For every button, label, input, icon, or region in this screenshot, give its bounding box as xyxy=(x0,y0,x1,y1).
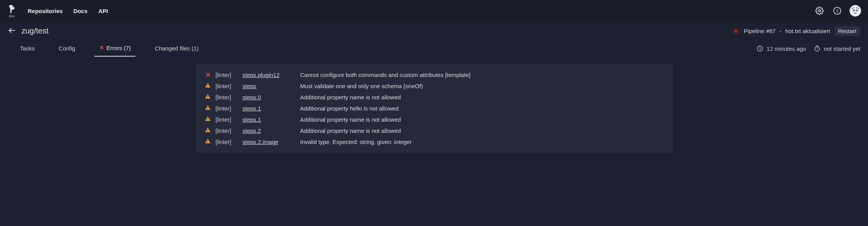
error-path-link[interactable]: steps.1 xyxy=(242,105,261,112)
svg-rect-16 xyxy=(207,87,208,87)
error-row: [linter]steps.2Additional property name … xyxy=(204,125,666,136)
svg-rect-18 xyxy=(207,98,208,98)
tab-changed-files[interactable]: Changed files (1) xyxy=(150,40,203,57)
pipeline-status-icon xyxy=(732,27,740,35)
user-avatar[interactable] xyxy=(850,5,861,17)
warning-icon xyxy=(205,138,211,146)
tab-errors[interactable]: ✕ Errors (7) xyxy=(95,40,135,57)
gear-icon xyxy=(815,7,824,15)
tab-label: Changed files (1) xyxy=(155,45,199,52)
error-row: [linter]stepsMust validate one and only … xyxy=(204,80,666,92)
error-source: [linter] xyxy=(215,139,239,145)
warn-level-icon xyxy=(204,127,212,134)
error-path-col: steps.1 xyxy=(242,105,296,112)
nav-link-api[interactable]: API xyxy=(98,8,108,14)
error-source: [linter] xyxy=(215,94,239,100)
error-path-link[interactable]: steps.plugin12 xyxy=(242,72,280,78)
svg-point-0 xyxy=(818,10,821,12)
meta-time: 12 minutes ago xyxy=(756,45,806,52)
error-source: [linter] xyxy=(215,116,239,123)
logo[interactable]: dev xyxy=(7,4,17,18)
error-row: [linter]steps.1Additional property hello… xyxy=(204,103,666,114)
error-source: [linter] xyxy=(215,72,239,78)
tabs-row: Tasks Config ✕ Errors (7) Changed files … xyxy=(0,40,868,57)
error-message: Additional property name is not allowed xyxy=(300,116,401,123)
x-icon: ✕ xyxy=(99,44,104,51)
warn-level-icon xyxy=(204,116,212,123)
svg-rect-25 xyxy=(207,140,208,142)
nav-link-docs[interactable]: Docs xyxy=(73,8,88,14)
svg-rect-21 xyxy=(207,118,208,119)
navbar-left: dev Repositories Docs API xyxy=(7,4,108,18)
error-row: [linter]steps.1Additional property name … xyxy=(204,114,666,125)
warning-icon xyxy=(205,94,211,101)
tab-label: Errors (7) xyxy=(107,45,131,51)
error-message: Must validate one and only one schema (o… xyxy=(300,83,423,89)
tabs: Tasks Config ✕ Errors (7) Changed files … xyxy=(15,40,203,57)
error-path-col: steps.plugin12 xyxy=(242,72,296,78)
error-path-link[interactable]: steps.2 xyxy=(242,127,261,134)
breadcrumb-right: Pipeline #67 - hot.txt aktualisiert Rest… xyxy=(732,26,860,36)
warn-level-icon xyxy=(204,82,212,90)
warning-icon xyxy=(205,127,211,134)
svg-point-6 xyxy=(853,10,854,11)
warn-level-icon xyxy=(204,138,212,146)
svg-rect-17 xyxy=(207,95,208,97)
queue-button[interactable]: 3 xyxy=(832,5,843,16)
warning-icon xyxy=(205,82,211,90)
settings-button[interactable] xyxy=(814,5,825,16)
meta-status-label: not started yet xyxy=(824,45,860,52)
warn-level-icon xyxy=(204,105,212,112)
error-path-link[interactable]: steps xyxy=(242,83,256,89)
tab-label: Config xyxy=(58,45,75,52)
error-message: Additional property hello is not allowed xyxy=(300,105,399,112)
restart-button[interactable]: Restart xyxy=(834,26,860,36)
arrow-left-icon xyxy=(8,26,16,35)
tab-label: Tasks xyxy=(20,45,35,52)
error-path-col: steps.2 xyxy=(242,127,296,134)
nav-link-repositories[interactable]: Repositories xyxy=(28,8,63,14)
tab-config[interactable]: Config xyxy=(54,40,80,57)
error-message: Additional property name is not allowed xyxy=(300,94,401,100)
error-path-link[interactable]: steps.2.image xyxy=(242,139,278,145)
breadcrumb-left: zug/test xyxy=(8,26,48,36)
svg-point-3 xyxy=(850,6,860,16)
pipeline-description: hot.txt aktualisiert xyxy=(785,28,830,34)
errors-panel: ✕[linter]steps.plugin12Cannot configure … xyxy=(196,64,673,153)
error-source: [linter] xyxy=(215,105,239,112)
svg-rect-24 xyxy=(207,131,208,132)
svg-text:3: 3 xyxy=(836,9,838,13)
avatar-icon xyxy=(850,6,860,16)
error-path-col: steps.2.image xyxy=(242,139,296,145)
pipeline-separator: - xyxy=(780,28,781,34)
repo-title[interactable]: zug/test xyxy=(22,27,48,35)
meta-status: not started yet xyxy=(814,45,860,52)
error-path-col: steps.0 xyxy=(242,94,296,100)
navbar-right: 3 xyxy=(814,5,861,17)
error-message: Additional property name is not allowed xyxy=(300,127,401,134)
error-icon: ✕ xyxy=(205,71,210,79)
svg-rect-26 xyxy=(207,142,208,143)
error-message: Invalid type. Expected: string, given: i… xyxy=(300,139,412,145)
queue-badge-icon: 3 xyxy=(833,7,841,15)
back-button[interactable] xyxy=(8,26,16,36)
content-area: ✕[linter]steps.plugin12Cannot configure … xyxy=(0,57,868,164)
svg-rect-22 xyxy=(207,120,208,121)
x-icon xyxy=(734,29,738,33)
svg-point-7 xyxy=(856,10,857,11)
tab-tasks[interactable]: Tasks xyxy=(15,40,39,57)
pipeline-number: Pipeline #67 xyxy=(744,28,776,34)
top-navbar: dev Repositories Docs API 3 xyxy=(0,0,868,22)
clock-icon xyxy=(756,45,763,52)
error-source: [linter] xyxy=(215,127,239,134)
stopwatch-icon xyxy=(814,45,821,52)
error-path-link[interactable]: steps.1 xyxy=(242,116,261,123)
error-path-col: steps.1 xyxy=(242,116,296,123)
svg-rect-20 xyxy=(207,109,208,109)
error-row: ✕[linter]steps.plugin12Cannot configure … xyxy=(204,69,666,80)
logo-subtext: dev xyxy=(9,14,15,18)
error-path-link[interactable]: steps.0 xyxy=(242,94,261,100)
warning-icon xyxy=(205,105,211,112)
sub-header: zug/test Pipeline #67 - hot.txt aktualis… xyxy=(0,22,868,40)
svg-rect-15 xyxy=(207,84,208,86)
